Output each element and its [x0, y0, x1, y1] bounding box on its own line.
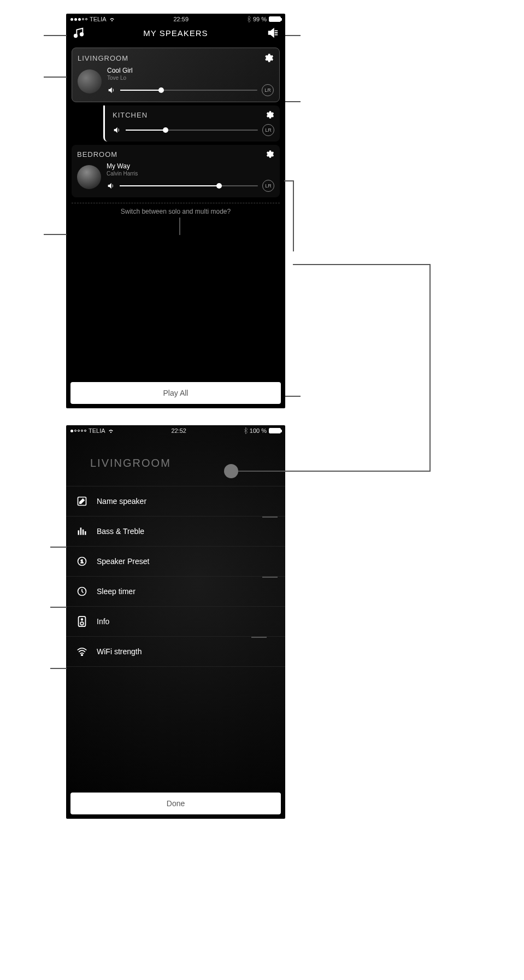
- svg-rect-9: [85, 531, 86, 535]
- settings-label: Name speaker: [97, 497, 146, 506]
- song-artist-label: Calvin Harris: [107, 170, 274, 178]
- phone-screenshot-settings: TELIA 22:52 100 % LIVINGROOM Name speake…: [66, 425, 285, 819]
- speaker-name-label: KITCHEN: [113, 111, 148, 119]
- callout-line: [293, 264, 431, 265]
- edit-icon: [76, 495, 88, 507]
- carrier-label: TELIA: [89, 427, 105, 434]
- eq-icon: [76, 525, 88, 537]
- channel-badge[interactable]: LR: [262, 124, 274, 136]
- callout-line: [179, 218, 180, 235]
- callout-line: [262, 577, 278, 578]
- phone-screenshot-speakers: TELIA 22:59 99 % MY SPEAKERS: [66, 14, 285, 408]
- svg-point-16: [81, 654, 83, 656]
- clock-label: 22:52: [171, 427, 186, 434]
- song-title-label: My Way: [107, 162, 274, 170]
- clock-icon: [76, 585, 88, 597]
- gear-icon[interactable]: [263, 52, 274, 63]
- callout-line: [262, 517, 278, 518]
- signal-dots-icon: [70, 430, 86, 432]
- done-button[interactable]: Done: [70, 793, 281, 814]
- clock-label: 22:59: [173, 16, 189, 22]
- settings-list: Name speaker Bass & Treble 1 Speaker Pre…: [66, 486, 285, 667]
- battery-pct-label: 100 %: [250, 427, 267, 434]
- status-bar: TELIA 22:52 100 %: [66, 425, 285, 435]
- callout-dot: [224, 464, 238, 478]
- status-bar: TELIA 22:59 99 %: [66, 14, 285, 24]
- callout-line: [285, 396, 301, 397]
- svg-point-0: [74, 34, 78, 38]
- battery-icon: [269, 428, 281, 433]
- wifi-icon: [108, 428, 114, 433]
- callout-line: [50, 668, 67, 669]
- settings-label: Bass & Treble: [97, 527, 144, 536]
- volume-slider[interactable]: [126, 130, 258, 131]
- music-icon[interactable]: [73, 27, 85, 39]
- svg-rect-6: [78, 530, 80, 535]
- speaker-card-livingroom[interactable]: LIVINGROOM Cool Girl Tove Lo: [72, 48, 280, 102]
- bluetooth-icon: [244, 427, 248, 434]
- svg-point-15: [80, 622, 84, 625]
- svg-rect-8: [83, 530, 84, 535]
- gear-icon[interactable]: [264, 149, 274, 159]
- volume-icon[interactable]: [113, 126, 121, 134]
- play-all-button[interactable]: Play All: [70, 382, 281, 404]
- settings-row-sleep-timer[interactable]: Sleep timer: [66, 576, 285, 606]
- speaker-name-label: BEDROOM: [77, 150, 117, 159]
- callout-line: [44, 35, 67, 36]
- wifi-icon: [76, 645, 88, 658]
- volume-icon[interactable]: [107, 181, 115, 190]
- svg-point-14: [81, 619, 83, 620]
- settings-row-name-speaker[interactable]: Name speaker: [66, 486, 285, 516]
- settings-row-speaker-preset[interactable]: 1 Speaker Preset: [66, 546, 285, 576]
- mode-hint-label[interactable]: Switch between solo and multi mode?: [66, 203, 285, 220]
- volume-slider[interactable]: [120, 90, 257, 91]
- callout-line: [236, 471, 431, 472]
- settings-label: WiFi strength: [97, 647, 142, 656]
- page-title: MY SPEAKERS: [143, 28, 208, 38]
- svg-rect-7: [80, 527, 82, 535]
- channel-badge[interactable]: LR: [262, 84, 274, 96]
- carrier-label: TELIA: [90, 16, 107, 22]
- album-art: [77, 165, 101, 189]
- bluetooth-icon: [247, 16, 251, 22]
- settings-label: Sleep timer: [97, 587, 136, 596]
- speaker-output-icon[interactable]: [267, 27, 279, 39]
- callout-line: [44, 77, 67, 78]
- settings-label: Speaker Preset: [97, 557, 150, 566]
- preset-icon: 1: [76, 555, 88, 567]
- battery-icon: [269, 16, 281, 22]
- volume-icon[interactable]: [107, 86, 116, 95]
- speaker-card-kitchen[interactable]: KITCHEN LR: [103, 105, 280, 142]
- callout-line: [44, 234, 67, 235]
- settings-title: LIVINGROOM: [66, 435, 285, 486]
- callout-line: [284, 180, 293, 181]
- speaker-card-bedroom[interactable]: BEDROOM My Way Calvin Harris: [72, 145, 280, 197]
- callout-line: [251, 637, 267, 638]
- callout-line: [285, 101, 301, 102]
- song-title-label: Cool Girl: [107, 67, 274, 74]
- settings-label: Info: [97, 617, 109, 626]
- speaker-name-label: LIVINGROOM: [78, 54, 128, 62]
- album-art: [78, 69, 102, 93]
- gear-icon[interactable]: [264, 110, 274, 120]
- settings-row-wifi-strength[interactable]: WiFi strength: [66, 636, 285, 666]
- svg-point-1: [80, 33, 84, 36]
- app-header: MY SPEAKERS: [66, 24, 285, 44]
- wifi-icon: [109, 16, 115, 22]
- channel-badge[interactable]: LR: [262, 180, 274, 192]
- callout-line: [285, 35, 301, 36]
- info-icon: [76, 615, 88, 627]
- callout-line: [293, 180, 294, 251]
- settings-row-bass-treble[interactable]: Bass & Treble: [66, 516, 285, 546]
- battery-pct-label: 99 %: [253, 16, 267, 22]
- settings-row-info[interactable]: Info: [66, 606, 285, 636]
- song-artist-label: Tove Lo: [107, 74, 274, 82]
- svg-text:1: 1: [80, 559, 83, 564]
- callout-line: [50, 607, 67, 608]
- signal-dots-icon: [70, 18, 87, 21]
- callout-line: [429, 264, 431, 472]
- callout-line: [50, 547, 67, 548]
- volume-slider[interactable]: [120, 185, 258, 186]
